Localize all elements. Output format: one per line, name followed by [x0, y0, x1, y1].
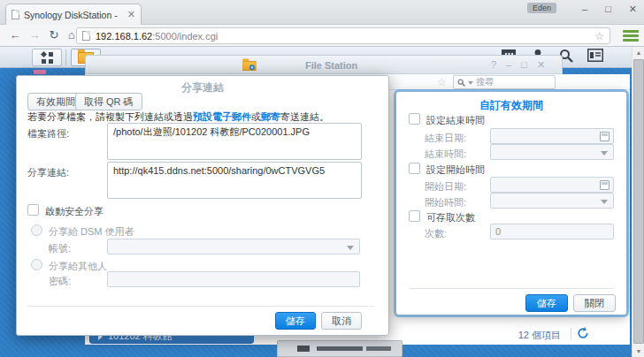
help-icon[interactable]: ?: [491, 59, 496, 71]
maximize-icon[interactable]: □: [605, 4, 611, 15]
end-date-field[interactable]: [490, 128, 614, 144]
close-button[interactable]: 關閉: [573, 294, 616, 312]
page-icon: [82, 31, 90, 41]
chevron-down-icon: [601, 200, 608, 208]
main-menu-button[interactable]: [32, 49, 62, 66]
validity-period-dialog: 自訂有效期間 設定結束時間 結束日期: 結束時間: 設定開始時間 開始日期: 開…: [396, 92, 626, 315]
password-label: 密碼:: [49, 275, 71, 288]
start-time-label: 開始時間:: [425, 196, 466, 209]
share-link-field[interactable]: http://qk415.ddns.net:5000/sharing/0wCTV…: [107, 162, 362, 199]
others-label: 分享給其他人: [49, 260, 107, 273]
count-label: 次數:: [425, 227, 447, 240]
file-path-label: 檔案路徑:: [27, 127, 69, 141]
password-field[interactable]: [107, 271, 360, 287]
scroll-down-icon[interactable]: ▼: [632, 346, 644, 357]
scrollbar-thumb[interactable]: [633, 59, 644, 344]
favorite-star-icon[interactable]: ☆: [437, 76, 447, 88]
save-button[interactable]: 儲存: [275, 312, 316, 330]
refresh-icon[interactable]: [577, 327, 589, 339]
secure-sharing-checkbox[interactable]: [27, 204, 39, 216]
screen: Synology DiskStation - ✕ Eden – □ ✕ ← → …: [0, 0, 644, 357]
calendar-icon[interactable]: [600, 180, 610, 190]
mail-link[interactable]: 郵寄: [261, 111, 280, 122]
calendar-icon[interactable]: [600, 132, 610, 141]
file-station-icon: [242, 61, 256, 71]
set-start-time-checkbox[interactable]: [409, 163, 420, 174]
obscured-window-fragment: [277, 340, 402, 357]
access-count-checkbox[interactable]: [409, 210, 420, 222]
close-icon[interactable]: ✕: [629, 4, 637, 15]
maximize-icon[interactable]: □: [521, 59, 527, 71]
set-end-time-checkbox[interactable]: [409, 113, 420, 125]
main-menu-icon: [42, 52, 53, 64]
divider: [571, 328, 571, 340]
set-end-time-label: 設定結束時間: [426, 114, 485, 127]
minimize-icon[interactable]: –: [582, 4, 587, 15]
window-titlebar[interactable]: File Station ? – □ ✕: [85, 55, 563, 74]
minimize-icon[interactable]: –: [506, 59, 511, 71]
browser-tabstrip: Synology DiskStation - ✕ Eden – □ ✕: [0, 0, 644, 25]
browser-toolbar: ← → ↻ ⌂ 192.168.1.62:5000/index.cgi ☆: [0, 25, 644, 47]
secure-sharing-label: 啟動安全分享: [45, 205, 104, 218]
end-date-label: 結束日期:: [425, 132, 466, 145]
tab-close-icon[interactable]: ✕: [127, 9, 135, 20]
url-path: :5000/index.cgi: [152, 31, 218, 42]
chevron-down-icon: [347, 246, 354, 254]
dialog-title: 自訂有效期間: [396, 98, 626, 113]
forward-icon[interactable]: →: [27, 28, 42, 42]
share-link-dialog: 分享連結 有效期間 取得 QR 碼 若要分享檔案，請複製下列連結或透過預設電子郵…: [16, 75, 389, 336]
dsm-user-label: 分享給 DSM 使用者: [49, 225, 134, 239]
back-icon[interactable]: ←: [7, 28, 23, 42]
cancel-button[interactable]: 取消: [321, 312, 362, 330]
start-date-label: 開始日期:: [425, 180, 466, 194]
others-radio[interactable]: [31, 259, 42, 270]
address-bar[interactable]: 192.168.1.62:5000/index.cgi ☆: [76, 27, 610, 44]
items-count: 12 個項目: [518, 329, 561, 342]
close-icon[interactable]: ✕: [537, 59, 545, 71]
url-host: 192.168.1.62: [96, 31, 152, 42]
count-field[interactable]: 0: [490, 224, 614, 239]
window-title: File Station: [305, 60, 357, 71]
search-input[interactable]: 搜尋: [453, 75, 556, 89]
search-placeholder: 搜尋: [476, 76, 494, 88]
default-email-link[interactable]: 預設電子郵件: [193, 111, 251, 122]
chevron-down-icon: [601, 151, 608, 159]
share-instruction: 若要分享檔案，請複製下列連結或透過預設電子郵件或郵寄寄送連結。: [27, 110, 329, 124]
get-qr-code-button[interactable]: 取得 QR 碼: [75, 93, 142, 110]
access-count-label: 可存取次數: [426, 211, 475, 224]
end-time-select[interactable]: [490, 144, 614, 160]
browser-menu-icon[interactable]: [623, 30, 639, 42]
share-link-label: 分享連結:: [27, 166, 69, 179]
page-scrollbar[interactable]: ▲ ▼: [632, 47, 644, 357]
bookmark-star-icon[interactable]: ☆: [594, 30, 604, 42]
start-time-select[interactable]: [490, 193, 614, 209]
search-icon: [457, 79, 465, 87]
browser-tab[interactable]: Synology DiskStation - ✕: [5, 4, 142, 25]
scroll-up-icon[interactable]: ▲: [632, 47, 644, 58]
save-button[interactable]: 儲存: [525, 294, 568, 312]
account-select[interactable]: [107, 239, 360, 254]
file-path-field[interactable]: /photo/出遊照/101202 科教館/PC020001.JPG: [107, 123, 362, 160]
account-label: 帳號:: [49, 242, 71, 255]
end-time-label: 結束時間:: [425, 148, 466, 161]
tab-title: Synology DiskStation -: [24, 10, 123, 20]
desktop-icon-fragment: [34, 70, 46, 74]
search-scope-caret-icon[interactable]: [468, 81, 473, 87]
set-start-time-label: 設定開始時間: [426, 163, 485, 177]
start-date-field[interactable]: [490, 177, 614, 193]
divider: [409, 288, 614, 289]
favicon: [12, 10, 19, 19]
profile-badge[interactable]: Eden: [527, 3, 556, 13]
dsm-user-radio[interactable]: [31, 224, 42, 236]
divider: [27, 306, 374, 307]
reload-icon[interactable]: ↻: [46, 28, 62, 42]
